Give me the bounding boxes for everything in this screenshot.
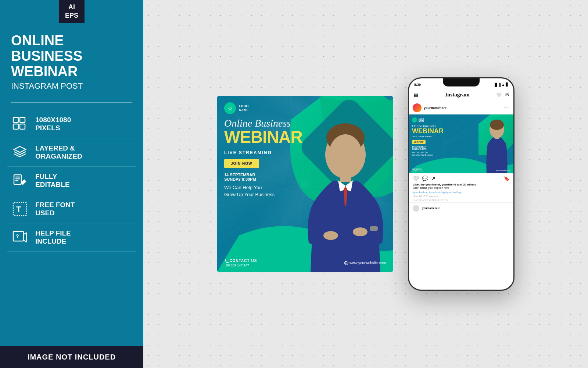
mini-date: 14 SEPTEMBAR SUNDAY 8:30PM [412,146,513,150]
phone-mockup: 8:30 ▐▌▐ ▲ ▊ 📷 Instagram 🤍 ✉ yournameher… [408,77,514,291]
grid-icon [11,115,29,133]
feature-font-text: FREE FONT USED [35,201,75,218]
poster-join-button[interactable]: JOIN NOW [224,159,259,168]
svg-rect-41 [370,226,378,231]
phone-time: 8:30 [414,83,421,86]
edit-icon [11,172,29,190]
insta-comment-bar: yournamehere ⋯ [409,202,513,214]
poster-live-text: LIVE STREAMING [224,150,302,155]
feature-list: 1080x1080 PIXELS LAYERED & ORAGANIZED [0,110,143,346]
mini-poster: LOGO NAME Online Business WEBINAR LIVE S… [409,114,513,173]
instagram-header: 📷 Instagram 🤍 ✉ [409,89,513,101]
instagram-header-icons: 🤍 ✉ [496,92,509,98]
sidebar: AI EPS ONLINE BUSINESS WEBINAR INSTAGRAM… [0,0,143,368]
feature-editable: FULLY EDITABLE [7,167,136,195]
poster-footer: CONTACT US +00 369 147 147 www.yourwebsi… [224,259,386,267]
product-title: ONLINE BUSINESS WEBINAR [11,33,132,79]
insta-avatar [413,103,422,112]
feature-layered-text: LAYERED & ORAGANIZED [35,144,82,161]
heart-icon: 🤍 [496,92,502,98]
insta-time: 1 HOUR AGO 55 TRANSLATION [409,198,513,202]
svg-rect-3 [20,124,25,129]
poster-content: Online Business WEBINAR LIVE STREAMING J… [224,118,302,198]
phone-icons: ▐▌▐ ▲ ▊ [494,83,508,86]
ai-eps-badge: AI EPS [59,0,85,23]
mini-logo-text: LOGO NAME [419,118,424,122]
mini-logo-icon [412,117,417,123]
phone-notch [443,78,480,86]
poster-person [298,96,393,272]
feature-layered: LAYERED & ORAGANIZED [7,138,136,167]
logo-icon-svg [226,105,234,112]
poster-bold-title: WEBINAR [224,129,302,145]
svg-line-9 [21,183,21,185]
svg-marker-4 [14,146,26,152]
comment-username: yournamehere [422,207,503,209]
feature-resolution: 1080x1080 PIXELS [7,110,136,138]
divider [11,102,132,103]
comment-options[interactable]: ⋯ [506,206,510,210]
help-icon: ? [11,229,29,246]
poster-logo: LOGO NAME [224,102,249,114]
insta-user-info: yournamehere [413,103,447,112]
insta-action-buttons: 🤍 💬 ↗ [413,176,435,181]
phone-screen: 📷 Instagram 🤍 ✉ yournamehere ⋯ [409,89,513,290]
instagram-logo: Instagram [445,92,470,98]
svg-point-39 [323,231,338,240]
mini-footer: CONTACT US +00 369 147 147 www.yourwebsi… [412,168,510,172]
layers-icon [11,144,29,161]
insta-hashtags: #yourhashtag #yourhashtag #yourhashtag [409,190,513,194]
mini-contact: CONTACT US +00 369 147 147 [412,168,423,172]
comment-avatar [413,205,419,212]
mini-poster-content: LOGO NAME Online Business WEBINAR LIVE S… [412,117,513,156]
sidebar-title-block: ONLINE BUSINESS WEBINAR INSTAGRAM POST [0,22,143,98]
svg-point-37 [329,134,362,175]
globe-icon [344,261,348,265]
poster-tagline: We Can Help You Grow Up Your Business [224,184,302,198]
svg-text:T: T [16,205,21,214]
svg-text:?: ? [16,233,19,239]
mini-logo: LOGO NAME [412,117,513,123]
poster-contact: CONTACT US +00 369 147 147 [224,259,257,267]
person-svg [298,118,393,272]
insta-username: yournamehere [424,106,447,110]
font-icon: T [11,200,29,218]
svg-rect-5 [14,175,21,184]
like-icon[interactable]: 🤍 [413,176,419,181]
feature-help-text: HELP FILE INCLUDE [35,229,71,246]
svg-rect-38 [340,175,351,182]
mini-bold-title: WEBINAR [412,128,513,134]
mini-tagline: We Can Help You Grow Up Your Business [412,151,513,156]
feature-editable-text: FULLY EDITABLE [35,173,70,190]
svg-point-40 [353,227,368,236]
caption-username: user_name [413,186,427,190]
insta-view-comments[interactable]: View All 10 Comments [409,194,513,198]
insta-caption: user_name your caption here [409,186,513,190]
feature-resolution-text: 1080x1080 PIXELS [35,116,71,133]
poster-logo-icon [224,102,236,114]
mini-live: LIVE STREAMING [412,135,513,138]
svg-rect-1 [20,117,25,123]
poster-date: 14 SEPTEMBAR SUNDAY 8:30PM [224,173,302,181]
phone-bottom-nav: 🏠 🔍 ➕ 🤍 ⬤ [409,290,513,291]
share-icon[interactable]: ↗ [431,176,435,181]
insta-post-header: yournamehere ⋯ [409,101,513,114]
insta-post-options[interactable]: ⋯ [505,105,510,111]
comment-icon[interactable]: 💬 [422,176,428,181]
svg-rect-2 [13,124,18,129]
sidebar-footer: IMAGE NOT INCLUDED [0,346,143,368]
svg-rect-0 [13,117,18,123]
product-subtitle: INSTAGRAM POST [11,81,132,91]
phone-icon [224,259,229,263]
bookmark-icon[interactable]: 🔖 [503,176,510,181]
poster-logo-name: LOGO NAME [239,104,249,112]
feature-font: T FREE FONT USED [7,195,136,223]
feature-help: ? HELP FILE INCLUDE [7,223,136,252]
footer-text: IMAGE NOT INCLUDED [7,353,136,361]
insta-actions: 🤍 💬 ↗ 🔖 [409,173,513,183]
main-content: LOGO NAME Online Business WEBINAR LIVE S… [143,0,588,368]
mini-website: www.yourwebsite.com [496,169,510,171]
poster-website: www.yourwebsite.com [344,261,386,265]
poster-card: LOGO NAME Online Business WEBINAR LIVE S… [217,96,393,272]
insta-likes: Liked by yourfriend, yourfriend and 20 o… [409,183,513,186]
